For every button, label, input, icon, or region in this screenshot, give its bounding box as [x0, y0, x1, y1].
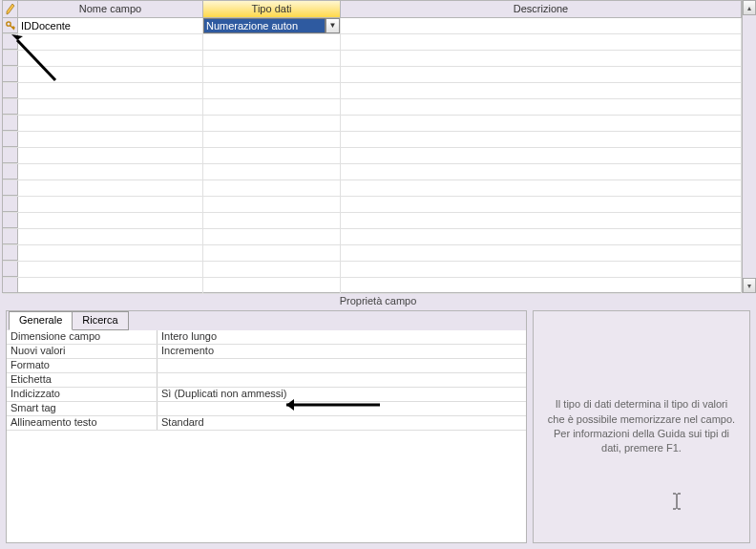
- svg-point-0: [6, 21, 10, 25]
- data-type-combo[interactable]: Numerazione auton ▼: [203, 18, 340, 33]
- field-row[interactable]: [3, 164, 742, 180]
- field-row[interactable]: [3, 116, 742, 132]
- help-text: Il tipo di dati determina il tipo di val…: [547, 397, 736, 456]
- property-value[interactable]: Sì (Duplicati non ammessi): [158, 388, 526, 401]
- field-row[interactable]: [3, 148, 742, 164]
- scroll-up-button[interactable]: ▴: [743, 0, 756, 15]
- property-value[interactable]: [158, 359, 526, 372]
- help-panel: Il tipo di dati determina il tipo di val…: [533, 310, 750, 543]
- field-name-cell[interactable]: IDDocente: [18, 18, 203, 33]
- text-cursor-icon: [672, 493, 682, 510]
- scroll-down-button[interactable]: ▾: [743, 278, 756, 293]
- field-row[interactable]: [3, 180, 742, 197]
- field-properties-panel: Generale Ricerca Dimensione campoIntero …: [6, 310, 527, 543]
- primary-key-indicator[interactable]: [3, 18, 18, 33]
- property-name: Formato: [7, 359, 158, 372]
- property-value[interactable]: Standard: [158, 416, 526, 430]
- dropdown-button[interactable]: ▼: [326, 18, 340, 33]
- property-name: Smart tag: [7, 402, 158, 415]
- field-row[interactable]: [3, 278, 742, 294]
- field-row[interactable]: [3, 262, 742, 278]
- property-row[interactable]: IndicizzatoSì (Duplicati non ammessi): [7, 388, 526, 402]
- property-row[interactable]: Formato: [7, 359, 526, 373]
- tab-general[interactable]: Generale: [9, 311, 73, 330]
- property-row[interactable]: Nuovi valoriIncremento: [7, 345, 526, 359]
- field-row[interactable]: [3, 99, 742, 116]
- property-row[interactable]: Smart tag: [7, 402, 526, 416]
- description-cell[interactable]: [341, 18, 742, 33]
- field-properties-label: Proprietà campo: [0, 295, 756, 306]
- col-header-field-name[interactable]: Nome campo: [18, 1, 203, 18]
- tab-lookup[interactable]: Ricerca: [72, 311, 128, 330]
- property-value[interactable]: [158, 373, 526, 387]
- field-row[interactable]: [3, 213, 742, 229]
- property-name: Allineamento testo: [7, 416, 158, 430]
- data-type-cell[interactable]: Numerazione auton ▼: [203, 18, 341, 33]
- property-value[interactable]: Incremento: [158, 345, 526, 358]
- properties-body: Dimensione campoIntero lungo Nuovi valor…: [7, 330, 526, 542]
- property-name: Dimensione campo: [7, 330, 158, 344]
- field-row[interactable]: [3, 51, 742, 67]
- data-type-value: Numerazione auton: [203, 18, 326, 33]
- property-row[interactable]: Dimensione campoIntero lungo: [7, 330, 526, 345]
- design-grid: Nome campo Tipo dati Descrizione IDDocen…: [2, 0, 743, 293]
- property-name: Etichetta: [7, 373, 158, 387]
- field-row[interactable]: [3, 132, 742, 148]
- field-row[interactable]: [3, 34, 742, 51]
- col-header-description[interactable]: Descrizione: [341, 1, 742, 18]
- property-name: Indicizzato: [7, 388, 158, 401]
- pencil-cursor-icon: [6, 3, 15, 16]
- property-row[interactable]: Allineamento testoStandard: [7, 416, 526, 431]
- field-row[interactable]: [3, 245, 742, 262]
- field-row[interactable]: [3, 67, 742, 83]
- property-name: Nuovi valori: [7, 345, 158, 358]
- field-row[interactable]: [3, 83, 742, 99]
- field-row[interactable]: IDDocente Numerazione auton ▼: [3, 18, 742, 34]
- field-row[interactable]: [3, 229, 742, 245]
- field-row[interactable]: [3, 197, 742, 213]
- key-icon: [5, 20, 16, 32]
- property-value[interactable]: [158, 402, 526, 415]
- property-value[interactable]: Intero lungo: [158, 330, 526, 344]
- property-row[interactable]: Etichetta: [7, 373, 526, 388]
- col-header-data-type[interactable]: Tipo dati: [203, 1, 341, 18]
- vertical-scrollbar[interactable]: ▴ ▾: [743, 0, 756, 293]
